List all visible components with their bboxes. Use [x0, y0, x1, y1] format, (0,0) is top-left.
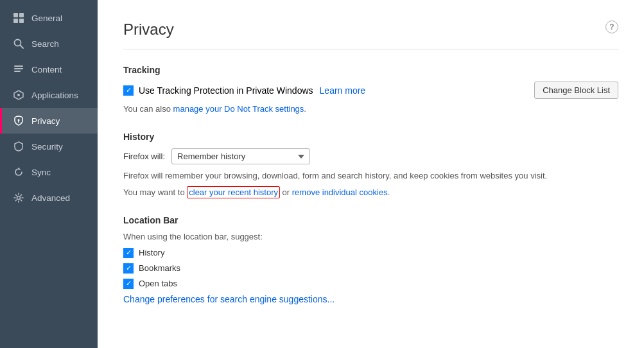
sidebar: General Search Content Applications Priv…: [0, 0, 98, 348]
location-bar-opentabs-label: Open tabs: [139, 279, 177, 288]
sidebar-item-label: Content: [31, 65, 62, 74]
firefox-will-label: Firefox will:: [123, 152, 165, 161]
clear-history-link[interactable]: clear your recent history: [187, 186, 280, 198]
location-bar-section: Location Bar When using the location bar…: [123, 215, 618, 304]
help-icon[interactable]: ?: [605, 21, 618, 33]
svg-line-5: [21, 46, 24, 49]
manage-dnt-row: You can also manage your Do Not Track se…: [123, 104, 618, 114]
main-content: Privacy ? Tracking Use Tracking Protecti…: [98, 0, 644, 348]
history-section: History Firefox will: Remember history N…: [123, 132, 618, 197]
learn-more-link[interactable]: Learn more: [320, 85, 366, 96]
privacy-icon: [12, 114, 25, 127]
search-engine-preferences-link[interactable]: Change preferences for search engine sug…: [123, 294, 335, 304]
sidebar-item-security[interactable]: Security: [0, 134, 98, 159]
sidebar-item-label: Privacy: [31, 116, 60, 126]
location-bar-bookmarks-label: Bookmarks: [139, 263, 180, 273]
tracking-row: Use Tracking Protection in Private Windo…: [123, 82, 618, 99]
history-title: History: [123, 132, 618, 142]
remove-cookies-link[interactable]: remove individual cookies: [292, 187, 388, 197]
content-icon: [12, 63, 25, 76]
svg-rect-0: [13, 13, 18, 17]
tracking-section: Tracking Use Tracking Protection in Priv…: [123, 65, 618, 114]
sidebar-item-sync[interactable]: Sync: [0, 159, 98, 185]
general-icon: [12, 12, 25, 24]
sidebar-item-applications[interactable]: Applications: [0, 82, 98, 108]
svg-rect-3: [19, 19, 24, 23]
svg-rect-1: [19, 13, 24, 17]
manage-dnt-prefix: You can also: [123, 104, 173, 114]
sidebar-item-advanced[interactable]: Advanced: [0, 185, 98, 211]
sidebar-item-general[interactable]: General: [0, 5, 98, 31]
sidebar-item-label: Advanced: [31, 193, 70, 203]
location-bar-history-label: History: [139, 248, 164, 257]
history-dropdown[interactable]: Remember history Never remember history …: [171, 148, 310, 164]
security-icon: [12, 140, 25, 153]
sidebar-item-label: Search: [31, 39, 59, 49]
svg-rect-2: [13, 19, 18, 23]
sidebar-item-content[interactable]: Content: [0, 57, 98, 82]
svg-point-9: [17, 94, 20, 96]
location-bar-opentabs-row: Open tabs: [123, 279, 618, 289]
sidebar-item-search[interactable]: Search: [0, 31, 98, 57]
location-bar-bookmarks-checkbox[interactable]: [123, 263, 134, 274]
location-bar-desc: When using the location bar, suggest:: [123, 232, 618, 241]
manage-dnt-link[interactable]: manage your Do Not Track settings: [173, 104, 304, 114]
sidebar-item-label: Applications: [31, 91, 78, 100]
tracking-title: Tracking: [123, 65, 618, 75]
location-bar-opentabs-checkbox[interactable]: [123, 279, 134, 289]
history-links-suffix: .: [388, 187, 390, 197]
applications-icon: [12, 89, 25, 101]
manage-dnt-suffix: .: [304, 104, 306, 114]
sidebar-item-label: Security: [31, 142, 63, 152]
change-blocklist-button[interactable]: Change Block List: [534, 82, 618, 99]
history-description: Firefox will remember your browsing, dow…: [123, 170, 618, 182]
divider: [123, 49, 618, 49]
sync-icon: [12, 166, 25, 178]
svg-point-12: [17, 196, 21, 200]
svg-rect-6: [14, 65, 23, 67]
tracking-checkbox[interactable]: [123, 85, 134, 96]
sidebar-item-label: General: [31, 13, 62, 23]
location-bar-title: Location Bar: [123, 215, 618, 225]
location-bar-history-row: History: [123, 248, 618, 258]
tracking-checkbox-container: Use Tracking Protection in Private Windo…: [123, 85, 313, 96]
advanced-icon: [12, 191, 25, 204]
tracking-checkbox-label: Use Tracking Protection in Private Windo…: [139, 85, 313, 96]
svg-rect-7: [14, 68, 23, 69]
history-links-prefix: You may want to: [123, 187, 187, 197]
location-bar-bookmarks-row: Bookmarks: [123, 263, 618, 274]
search-icon: [12, 37, 25, 50]
sidebar-item-label: Sync: [31, 168, 51, 177]
firefox-will-row: Firefox will: Remember history Never rem…: [123, 148, 618, 164]
history-links-middle: or: [280, 187, 292, 197]
page-title: Privacy: [123, 21, 174, 39]
history-links-row: You may want to clear your recent histor…: [123, 187, 618, 197]
sidebar-item-privacy[interactable]: Privacy: [0, 108, 98, 134]
svg-rect-8: [14, 71, 21, 72]
location-bar-history-checkbox[interactable]: [123, 248, 134, 258]
svg-point-10: [18, 119, 20, 121]
